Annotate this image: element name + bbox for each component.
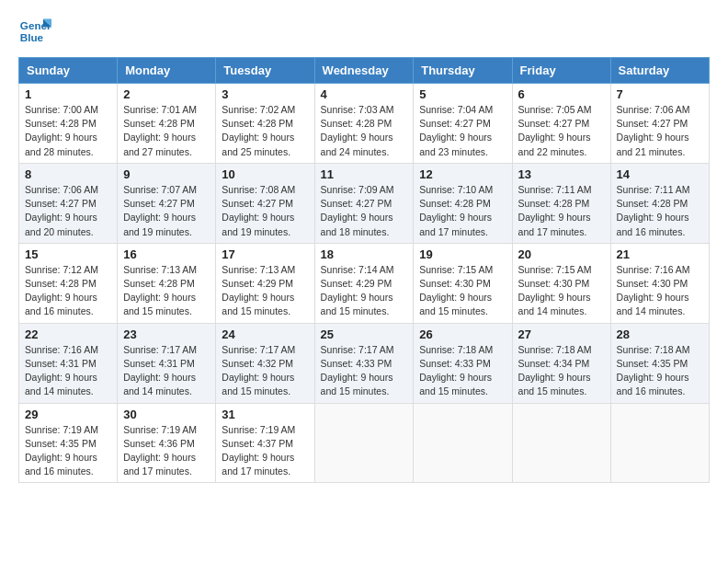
day-info: Sunrise: 7:05 AM Sunset: 4:27 PM Dayligh… [518, 103, 605, 159]
daylight-label: Daylight: 9 hours and 15 minutes. [419, 292, 492, 316]
sunrise-label: Sunrise: 7:11 AM [518, 184, 592, 195]
calendar-week-5: 29 Sunrise: 7:19 AM Sunset: 4:35 PM Dayl… [19, 403, 710, 483]
sunset-label: Sunset: 4:34 PM [518, 358, 590, 369]
day-number: 30 [123, 408, 210, 421]
day-info: Sunrise: 7:02 AM Sunset: 4:28 PM Dayligh… [222, 103, 308, 159]
day-number: 20 [518, 247, 605, 261]
day-info: Sunrise: 7:17 AM Sunset: 4:31 PM Dayligh… [123, 343, 210, 399]
daylight-label: Daylight: 9 hours and 17 minutes. [123, 452, 196, 477]
day-info: Sunrise: 7:18 AM Sunset: 4:34 PM Dayligh… [518, 343, 605, 399]
calendar-cell [314, 403, 414, 483]
calendar-cell: 13 Sunrise: 7:11 AM Sunset: 4:28 PM Dayl… [512, 163, 610, 243]
daylight-label: Daylight: 9 hours and 23 minutes. [419, 132, 492, 156]
day-info: Sunrise: 7:16 AM Sunset: 4:30 PM Dayligh… [617, 263, 703, 319]
day-number: 21 [617, 247, 703, 261]
day-header-sunday: Sunday [19, 58, 118, 84]
daylight-label: Daylight: 9 hours and 19 minutes. [123, 212, 196, 236]
calendar-cell: 29 Sunrise: 7:19 AM Sunset: 4:35 PM Dayl… [19, 403, 118, 483]
svg-text:Blue: Blue [20, 31, 44, 43]
day-info: Sunrise: 7:01 AM Sunset: 4:28 PM Dayligh… [123, 103, 210, 159]
calendar-cell: 16 Sunrise: 7:13 AM Sunset: 4:28 PM Dayl… [118, 243, 216, 323]
day-number: 15 [25, 247, 111, 261]
daylight-label: Daylight: 9 hours and 27 minutes. [123, 132, 196, 156]
sunrise-label: Sunrise: 7:10 AM [419, 184, 493, 195]
daylight-label: Daylight: 9 hours and 14 minutes. [617, 292, 689, 316]
day-info: Sunrise: 7:13 AM Sunset: 4:29 PM Dayligh… [222, 263, 308, 319]
calendar-cell: 11 Sunrise: 7:09 AM Sunset: 4:27 PM Dayl… [314, 163, 414, 243]
sunrise-label: Sunrise: 7:08 AM [222, 184, 295, 195]
day-info: Sunrise: 7:19 AM Sunset: 4:37 PM Dayligh… [222, 423, 308, 479]
calendar-cell: 22 Sunrise: 7:16 AM Sunset: 4:31 PM Dayl… [19, 323, 118, 403]
sunset-label: Sunset: 4:28 PM [321, 118, 392, 129]
sunrise-label: Sunrise: 7:01 AM [123, 104, 197, 115]
daylight-label: Daylight: 9 hours and 14 minutes. [123, 372, 196, 396]
day-info: Sunrise: 7:03 AM Sunset: 4:28 PM Dayligh… [321, 103, 408, 159]
daylight-label: Daylight: 9 hours and 16 minutes. [25, 292, 97, 316]
sunrise-label: Sunrise: 7:11 AM [617, 184, 690, 195]
sunset-label: Sunset: 4:27 PM [222, 198, 293, 209]
daylight-label: Daylight: 9 hours and 15 minutes. [321, 372, 393, 396]
day-number: 3 [222, 87, 308, 101]
logo: General Blue [18, 15, 51, 48]
sunset-label: Sunset: 4:31 PM [123, 358, 195, 369]
sunset-label: Sunset: 4:31 PM [25, 358, 97, 369]
calendar-week-4: 22 Sunrise: 7:16 AM Sunset: 4:31 PM Dayl… [19, 323, 710, 403]
sunset-label: Sunset: 4:28 PM [123, 118, 195, 129]
calendar-cell: 10 Sunrise: 7:08 AM Sunset: 4:27 PM Dayl… [216, 163, 314, 243]
daylight-label: Daylight: 9 hours and 17 minutes. [419, 212, 492, 236]
sunrise-label: Sunrise: 7:02 AM [222, 104, 295, 115]
day-number: 9 [123, 167, 210, 181]
daylight-label: Daylight: 9 hours and 22 minutes. [518, 132, 591, 156]
sunset-label: Sunset: 4:28 PM [518, 198, 590, 209]
day-info: Sunrise: 7:17 AM Sunset: 4:33 PM Dayligh… [321, 343, 408, 399]
day-number: 7 [617, 87, 703, 101]
day-number: 31 [222, 408, 308, 421]
day-header-monday: Monday [118, 58, 216, 84]
sunrise-label: Sunrise: 7:15 AM [518, 264, 592, 275]
sunrise-label: Sunrise: 7:00 AM [25, 104, 98, 115]
sunrise-label: Sunrise: 7:17 AM [222, 344, 295, 355]
daylight-label: Daylight: 9 hours and 21 minutes. [617, 132, 689, 156]
sunrise-label: Sunrise: 7:16 AM [617, 264, 690, 275]
daylight-label: Daylight: 9 hours and 25 minutes. [222, 132, 294, 156]
calendar-cell: 25 Sunrise: 7:17 AM Sunset: 4:33 PM Dayl… [314, 323, 414, 403]
daylight-label: Daylight: 9 hours and 15 minutes. [419, 372, 492, 396]
day-number: 24 [222, 327, 308, 341]
daylight-label: Daylight: 9 hours and 16 minutes. [617, 212, 689, 236]
day-info: Sunrise: 7:19 AM Sunset: 4:36 PM Dayligh… [123, 423, 210, 479]
day-number: 12 [419, 167, 506, 181]
day-info: Sunrise: 7:15 AM Sunset: 4:30 PM Dayligh… [518, 263, 605, 319]
sunrise-label: Sunrise: 7:13 AM [222, 264, 295, 275]
calendar-cell: 6 Sunrise: 7:05 AM Sunset: 4:27 PM Dayli… [512, 84, 610, 164]
calendar-cell: 20 Sunrise: 7:15 AM Sunset: 4:30 PM Dayl… [512, 243, 610, 323]
daylight-label: Daylight: 9 hours and 19 minutes. [222, 212, 294, 236]
daylight-label: Daylight: 9 hours and 16 minutes. [617, 372, 689, 396]
day-number: 16 [123, 247, 210, 261]
sunset-label: Sunset: 4:35 PM [25, 438, 97, 449]
day-number: 1 [25, 87, 111, 101]
calendar-cell: 30 Sunrise: 7:19 AM Sunset: 4:36 PM Dayl… [118, 403, 216, 483]
sunset-label: Sunset: 4:30 PM [518, 278, 590, 289]
day-header-tuesday: Tuesday [216, 58, 314, 84]
calendar-cell: 4 Sunrise: 7:03 AM Sunset: 4:28 PM Dayli… [314, 84, 414, 164]
calendar-cell: 31 Sunrise: 7:19 AM Sunset: 4:37 PM Dayl… [216, 403, 314, 483]
day-number: 5 [419, 87, 506, 101]
sunset-label: Sunset: 4:33 PM [419, 358, 491, 369]
sunset-label: Sunset: 4:29 PM [321, 278, 392, 289]
sunset-label: Sunset: 4:27 PM [617, 118, 688, 129]
day-number: 28 [617, 327, 703, 341]
calendar-cell: 27 Sunrise: 7:18 AM Sunset: 4:34 PM Dayl… [512, 323, 610, 403]
sunset-label: Sunset: 4:27 PM [25, 198, 97, 209]
sunrise-label: Sunrise: 7:03 AM [321, 104, 394, 115]
sunset-label: Sunset: 4:37 PM [222, 438, 293, 449]
day-info: Sunrise: 7:09 AM Sunset: 4:27 PM Dayligh… [321, 183, 408, 239]
sunrise-label: Sunrise: 7:19 AM [123, 424, 197, 435]
sunset-label: Sunset: 4:27 PM [123, 198, 195, 209]
calendar-cell: 24 Sunrise: 7:17 AM Sunset: 4:32 PM Dayl… [216, 323, 314, 403]
calendar-cell: 14 Sunrise: 7:11 AM Sunset: 4:28 PM Dayl… [610, 163, 709, 243]
day-info: Sunrise: 7:08 AM Sunset: 4:27 PM Dayligh… [222, 183, 308, 239]
calendar-cell: 1 Sunrise: 7:00 AM Sunset: 4:28 PM Dayli… [19, 84, 118, 164]
calendar-cell [512, 403, 610, 483]
daylight-label: Daylight: 9 hours and 15 minutes. [123, 292, 196, 316]
calendar-cell: 2 Sunrise: 7:01 AM Sunset: 4:28 PM Dayli… [118, 84, 216, 164]
